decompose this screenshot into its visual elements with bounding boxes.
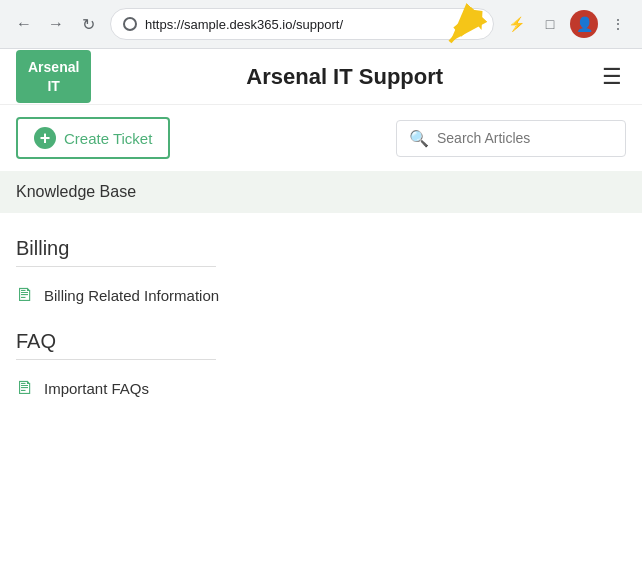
security-icon: [123, 17, 137, 31]
reload-icon: ↻: [82, 15, 95, 34]
browser-toolbar: ← → ↻ https://sample.desk365.io/support/…: [0, 0, 642, 48]
plus-icon: +: [34, 127, 56, 149]
extensions-button[interactable]: ⚡: [502, 10, 530, 38]
back-icon: ←: [16, 15, 32, 33]
forward-icon: →: [48, 15, 64, 33]
document-icon: 🖹: [16, 285, 34, 306]
document-icon: 🖹: [16, 378, 34, 399]
reload-button[interactable]: ↻: [74, 10, 102, 38]
article-title: Billing Related Information: [44, 287, 219, 304]
page-title: Arsenal IT Support: [91, 64, 598, 90]
app-header: Arsenal IT Arsenal IT Support ☰: [0, 49, 642, 105]
browser-chrome: ← → ↻ https://sample.desk365.io/support/…: [0, 0, 642, 49]
knowledge-base-title: Knowledge Base: [16, 183, 136, 200]
category-billing-title: Billing: [16, 221, 626, 266]
search-box[interactable]: 🔍: [396, 120, 626, 157]
search-icon: 🔍: [409, 129, 429, 148]
hamburger-icon: ☰: [602, 64, 622, 89]
browser-actions: ⚡ □ 👤 ⋮: [502, 10, 632, 38]
category-faq-title: FAQ: [16, 314, 626, 359]
article-title: Important FAQs: [44, 380, 149, 397]
url-display: https://sample.desk365.io/support/: [145, 17, 481, 32]
window-button[interactable]: □: [536, 10, 564, 38]
create-ticket-button[interactable]: + Create Ticket: [16, 117, 170, 159]
category-faq-divider: [16, 359, 216, 360]
knowledge-base-section: Knowledge Base: [0, 171, 642, 213]
hamburger-button[interactable]: ☰: [598, 60, 626, 94]
create-ticket-label: Create Ticket: [64, 130, 152, 147]
back-button[interactable]: ←: [10, 10, 38, 38]
category-billing: Billing 🖹 Billing Related Information: [16, 221, 626, 314]
nav-buttons: ← → ↻: [10, 10, 102, 38]
menu-button[interactable]: ⋮: [604, 10, 632, 38]
category-billing-divider: [16, 266, 216, 267]
action-bar: + Create Ticket 🔍: [0, 105, 642, 171]
address-bar[interactable]: https://sample.desk365.io/support/: [110, 8, 494, 40]
category-faq: FAQ 🖹 Important FAQs: [16, 314, 626, 407]
avatar-icon: 👤: [576, 16, 593, 32]
window-icon: □: [546, 16, 554, 32]
extensions-icon: ⚡: [508, 16, 525, 32]
list-item[interactable]: 🖹 Important FAQs: [16, 370, 626, 407]
logo: Arsenal IT: [16, 50, 91, 102]
categories-container: Billing 🖹 Billing Related Information FA…: [0, 213, 642, 415]
more-icon: ⋮: [611, 16, 625, 32]
search-input[interactable]: [437, 130, 613, 146]
forward-button[interactable]: →: [42, 10, 70, 38]
list-item[interactable]: 🖹 Billing Related Information: [16, 277, 626, 314]
profile-button[interactable]: 👤: [570, 10, 598, 38]
